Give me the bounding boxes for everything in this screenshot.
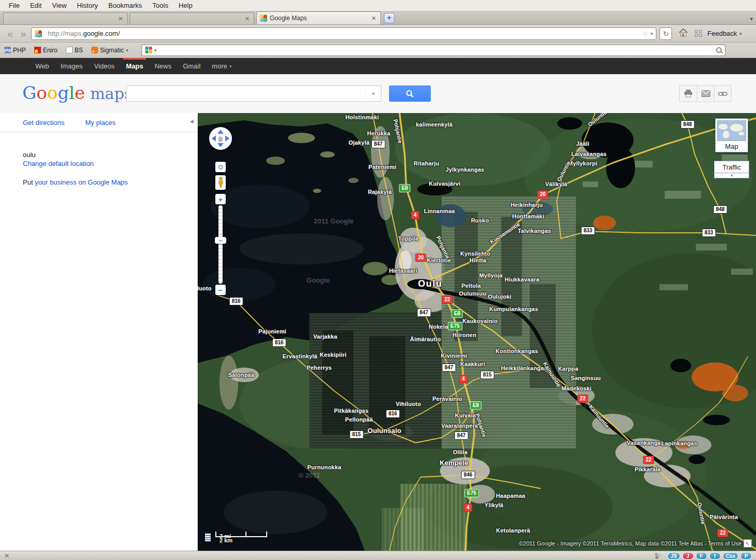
map-label: Rajakylä [368,189,392,195]
map-label: Pikkarala [635,466,661,472]
pegman-street-view[interactable] [215,175,226,190]
reset-orientation-button[interactable] [215,162,226,172]
search-magnifier-icon[interactable] [716,47,722,53]
map-label: Ollila [453,449,468,455]
menu-tools[interactable]: Tools [148,1,173,10]
zoom-slider-track[interactable] [218,205,223,284]
map-viewport[interactable]: HolstinmäkikalimeenkyläHerukkaOjakyläPat… [198,113,756,551]
gnav-label: Videos [94,62,115,70]
collapse-panel-icon[interactable]: ◀ [190,119,194,124]
url-dropdown-icon[interactable]: ▾ [651,31,653,36]
gnav-maps[interactable]: Maps [120,58,149,74]
close-icon[interactable]: ✕ [244,16,251,22]
traffic-button[interactable]: Traffic [714,161,749,173]
bookmark-star-icon[interactable]: ☆ [642,30,649,38]
menu-edit[interactable]: Edit [25,1,46,10]
zoom-in-button[interactable]: + [215,194,226,204]
bookmark-label: Sigmatic [100,47,124,54]
header-tools [679,85,732,102]
map-label: Heikkilänkangas [501,365,547,371]
imagery-watermark: 2011 Google [314,217,354,225]
status-badge-j[interactable]: J [682,552,694,559]
map-label: Varjakka [313,333,337,340]
change-default-location-link[interactable]: Change default location [23,160,94,167]
tab[interactable]: ✕ [3,12,128,24]
status-badge-f[interactable]: F [696,552,707,559]
bookmark-bs[interactable]: BS [66,47,83,54]
road-badge-848: 848 [681,120,695,129]
menu-bookmarks[interactable]: Bookmarks [104,1,147,10]
scale-legend-icon[interactable] [204,532,212,542]
reload-button[interactable]: ↻ [659,27,672,40]
status-badge-i[interactable]: I [709,552,721,559]
business-link[interactable]: your business on Google Maps [35,178,128,186]
chevron-down-icon: ▾ [229,64,232,69]
map-type-button[interactable]: Map [715,118,748,152]
map-label: Kynsilehto [460,250,490,257]
pan-down-icon[interactable] [217,143,224,147]
map-label: kalimeenkylä [416,121,453,128]
map-label: Heikinharju [511,202,543,208]
bookmark-php[interactable]: phpPHP [4,47,26,54]
menu-history[interactable]: History [72,1,102,10]
resize-corner-icon[interactable]: ↖ [744,539,752,548]
gnav-videos[interactable]: Videos [88,58,120,74]
pan-right-icon[interactable] [225,135,229,142]
search-magnifier-icon [405,89,415,99]
gnav-more[interactable]: more▾ [206,58,237,74]
status-badge-js[interactable]: JS [667,552,680,559]
map-label: Sanginsuu [571,375,601,381]
get-directions-link[interactable]: Get directions [23,119,64,127]
gnav-web[interactable]: Web [30,58,55,74]
road-badge-848: 848 [713,205,727,214]
map-label: Jääli [576,141,589,147]
pan-up-icon[interactable] [217,130,224,134]
road-name-label: Pohjantie [392,119,404,144]
zoom-out-button[interactable]: − [215,285,226,295]
gnav-news[interactable]: News [149,58,177,74]
status-right: JSJFICssP [654,552,752,559]
close-icon[interactable]: ✕ [117,16,124,22]
close-statusbar-icon[interactable]: ✕ [4,552,9,559]
zoom-slider-handle[interactable]: − [215,237,226,244]
url-bar[interactable]: http://maps.google.com/ ☆ ▾ [31,27,656,40]
google-search-bar[interactable]: ▾ [142,45,725,56]
email-button[interactable] [697,86,714,102]
url-text: http://maps.google.com/ [48,30,120,37]
pan-left-icon[interactable] [212,135,216,142]
panorama-grid-icon[interactable] [695,30,702,37]
pan-control[interactable] [209,127,232,150]
tab[interactable]: ✕ [130,12,254,24]
business-prefix: Put [23,178,35,186]
forward-button[interactable]: » [18,29,28,39]
menu-view[interactable]: View [47,1,71,10]
tab-active[interactable]: Google Maps✕ [256,11,381,24]
road-badge-847: 847 [455,431,469,440]
search-button[interactable] [389,86,431,102]
print-button[interactable] [680,86,697,102]
search-history-dropdown-icon[interactable]: ▾ [365,91,381,96]
list-all-tabs-icon[interactable]: ▾ [750,16,753,22]
map-search-input[interactable] [127,87,365,101]
link-button[interactable] [714,86,731,102]
new-tab-button[interactable]: + [384,13,394,23]
feedback-button[interactable]: Feedback ▾ [705,30,744,37]
status-badge-p[interactable]: P [740,552,752,559]
back-button[interactable]: « [5,29,15,39]
map-search-field[interactable]: ▾ [126,86,381,102]
bookmark-eniro[interactable]: Eniro [34,47,58,54]
menu-file[interactable]: File [4,1,24,10]
menu-help[interactable]: Help [174,1,197,10]
home-button[interactable] [675,28,692,39]
gnav-images[interactable]: Images [55,58,89,74]
gnav-gmail[interactable]: Gmail [177,58,206,74]
status-badge-css[interactable]: Css [723,552,738,559]
cookies-icon[interactable] [654,553,662,559]
panel-tabs: Get directions My places ◀ [0,113,198,132]
search-engine-dropdown-icon[interactable]: ▾ [154,48,157,53]
map-label: Ylikylä [485,502,503,508]
my-places-link[interactable]: My places [85,119,116,127]
bookmark-sigmatic[interactable]: Sigmatic▾ [91,47,129,54]
close-icon[interactable]: ✕ [370,15,377,22]
traffic-dropdown-icon[interactable]: ▾ [714,173,749,178]
